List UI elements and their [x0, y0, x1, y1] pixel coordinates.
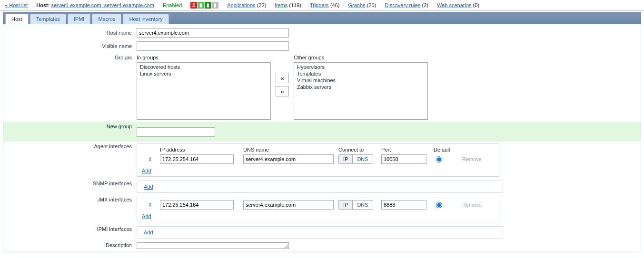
jmx-interfaces-label: JMX interfaces	[3, 197, 137, 202]
nav-graphs[interactable]: Graphs	[348, 2, 366, 8]
move-left-button[interactable]: «	[276, 73, 289, 83]
availability-snmp-icon: ▮	[198, 2, 204, 9]
connect-ip[interactable]: IP	[338, 154, 353, 164]
move-right-button[interactable]: »	[276, 86, 289, 96]
ip-input[interactable]	[160, 200, 234, 210]
host-detail-link[interactable]: server1.example.com: server4.example.com	[51, 2, 154, 8]
remove-link: Remove	[462, 156, 482, 162]
nav-triggers[interactable]: Triggers	[310, 2, 329, 8]
availability-jmx-icon: ▮	[205, 2, 211, 9]
newgroup-label: New group	[3, 124, 137, 132]
ipmi-interfaces-label: IPMI interfaces	[3, 226, 137, 232]
tab-templates[interactable]: Templates	[30, 14, 66, 24]
drag-handle-icon[interactable]: ⇕	[142, 156, 158, 162]
row-agent-interfaces: Agent interfaces IP address DNS name Con…	[3, 142, 641, 179]
group-option[interactable]: Virtual machines	[294, 77, 427, 84]
snmp-interfaces-block: Add	[137, 181, 503, 193]
groups-label: Groups	[3, 55, 137, 60]
visiblename-input[interactable]	[137, 41, 289, 51]
group-option[interactable]: Zabbix servers	[294, 84, 427, 90]
host-list-link[interactable]: Host list	[5, 2, 28, 8]
row-ipmi-interfaces: IPMI interfaces Add	[3, 224, 641, 240]
jmx-interfaces-block: ⇕IPDNSRemove Add	[137, 197, 499, 222]
tab-content: Host name Visible name Groups In groups …	[3, 24, 641, 251]
ipmi-add-link[interactable]: Add	[144, 229, 153, 235]
connect-toggle[interactable]: IPDNS	[338, 200, 377, 210]
agent-add-link[interactable]: Add	[142, 168, 151, 173]
row-jmx-interfaces: JMX interfaces ⇕IPDNSRemove Add	[3, 195, 641, 224]
status-enabled: Enabled	[163, 2, 182, 8]
nav-discovery[interactable]: Discovery rules	[385, 2, 420, 8]
description-label: Description	[3, 242, 137, 248]
row-visiblename: Visible name	[3, 39, 641, 53]
in-groups-label: In groups	[137, 55, 271, 60]
newgroup-input[interactable]	[137, 127, 215, 137]
dns-input[interactable]	[243, 154, 334, 164]
description-textarea[interactable]	[137, 242, 289, 249]
hostname-input[interactable]	[137, 28, 289, 38]
group-option[interactable]: Discovered hosts	[137, 64, 270, 70]
connect-ip[interactable]: IP	[338, 200, 353, 210]
visiblename-label: Visible name	[3, 43, 137, 49]
dns-input[interactable]	[243, 200, 334, 210]
nav-web[interactable]: Web scenarios	[437, 2, 472, 8]
row-newgroup: New group	[3, 122, 641, 142]
group-option[interactable]: Templates	[294, 70, 427, 77]
snmp-add-link[interactable]: Add	[144, 184, 153, 190]
nav-applications[interactable]: Applications	[227, 2, 255, 8]
port-input[interactable]	[381, 200, 426, 210]
group-option[interactable]: Linux servers	[137, 70, 270, 77]
host-label: Host:	[36, 2, 50, 8]
ip-input[interactable]	[160, 154, 234, 164]
row-groups: Groups In groups Discovered hostsLinux s…	[3, 53, 641, 122]
jmx-add-link[interactable]: Add	[142, 213, 151, 219]
other-groups-label: Other groups	[294, 55, 428, 60]
tabbar: Host Templates IPMI Macros Host inventor…	[3, 12, 641, 24]
connect-dns[interactable]: DNS	[353, 154, 373, 164]
interfaces-header: IP address DNS name Connect to Port Defa…	[142, 147, 494, 153]
default-radio[interactable]	[436, 156, 442, 162]
nav-items[interactable]: Items	[275, 2, 287, 8]
interface-row: ⇕IPDNSRemove	[142, 200, 494, 210]
connect-toggle[interactable]: IPDNS	[338, 154, 377, 164]
availability-ipmi-icon: ▮	[212, 2, 218, 9]
tab-host[interactable]: Host	[5, 14, 29, 24]
tab-ipmi[interactable]: IPMI	[68, 14, 91, 24]
other-groups-select[interactable]: HypervisorsTemplatesVirtual machinesZabb…	[294, 62, 428, 120]
drag-handle-icon[interactable]: ⇕	[142, 202, 158, 208]
row-description: Description	[3, 240, 641, 251]
agent-interfaces-label: Agent interfaces	[3, 143, 137, 149]
tab-macros[interactable]: Macros	[92, 14, 121, 24]
availability-zabbix-icon: Z	[190, 2, 197, 9]
agent-interfaces-block: IP address DNS name Connect to Port Defa…	[137, 143, 499, 177]
interface-row: ⇕IPDNSRemove	[142, 154, 494, 164]
row-snmp-interfaces: SNMP interfaces Add	[3, 179, 641, 195]
remove-link: Remove	[462, 202, 482, 208]
group-option[interactable]: Hypervisors	[294, 64, 427, 70]
nav-counts: Applications (22) Items (119) Triggers (…	[227, 2, 479, 8]
status-icons: Z ▮ ▮ ▮	[190, 2, 218, 9]
ipmi-interfaces-block: Add	[137, 226, 503, 239]
in-groups-select[interactable]: Discovered hostsLinux servers	[137, 62, 271, 120]
topbar: Host list Host: server1.example.com: ser…	[0, 0, 644, 11]
connect-dns[interactable]: DNS	[353, 200, 373, 210]
snmp-interfaces-label: SNMP interfaces	[3, 181, 137, 186]
tab-inventory[interactable]: Host inventory	[123, 14, 168, 24]
default-radio[interactable]	[436, 202, 442, 208]
hostname-label: Host name	[3, 30, 137, 36]
row-hostname: Host name	[3, 26, 641, 39]
port-input[interactable]	[381, 154, 426, 164]
